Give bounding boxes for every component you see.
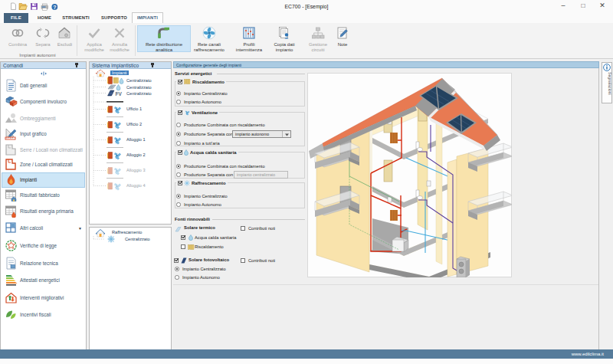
svg-text:?: ? (53, 5, 56, 10)
svg-text:FV: FV (116, 91, 123, 97)
